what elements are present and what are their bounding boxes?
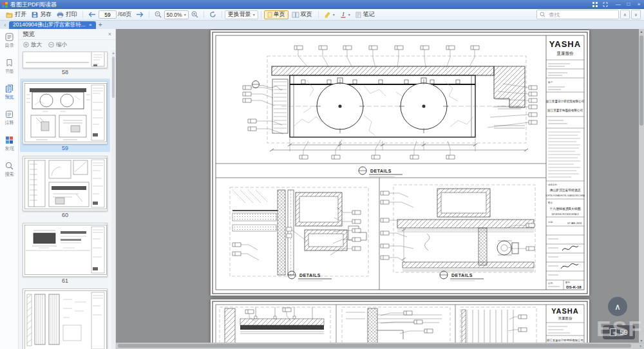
drawing-title-en: 16F MODEL ROOM B DETAILS: [551, 213, 579, 216]
zoom-level-select[interactable]: 50.0% ▾: [164, 10, 189, 19]
underline-text-button[interactable]: I ▾: [337, 10, 353, 19]
sidebar-item-annotations[interactable]: 注释: [0, 110, 18, 136]
thumbnail-scrollbar[interactable]: ▲: [111, 50, 115, 349]
yasha-logo-sub: 亚厦股份: [558, 316, 573, 321]
company-name-1: 浙江亚厦设计研究院有限公司: [545, 99, 585, 104]
apps-grid-icon[interactable]: [592, 2, 603, 7]
circle-plus-icon: [23, 42, 29, 48]
scroll-up-icon[interactable]: ▲: [111, 50, 115, 55]
bookmark-icon: [5, 59, 14, 67]
window-title: 看图王PDF阅读器: [10, 0, 57, 9]
highlighter-icon: [324, 11, 331, 18]
thumbnail-list: 58: [19, 50, 111, 349]
thumbnail-page-62[interactable]: [23, 288, 108, 349]
scroll-right-icon[interactable]: ›: [639, 343, 641, 349]
project-label: 项目名称:: [548, 184, 558, 186]
double-page-icon: [292, 12, 299, 18]
zoom-in-button[interactable]: [189, 10, 201, 19]
find-previous-button[interactable]: ∧: [620, 10, 630, 19]
page-number-input[interactable]: [99, 10, 117, 19]
thumbnail-page-59[interactable]: 59: [23, 81, 108, 152]
notes-button[interactable]: 笔记: [353, 10, 377, 19]
tab-title: 20140904佛山罗浮宫索菲特...: [13, 21, 86, 29]
details-caption: DETAILS: [370, 169, 392, 173]
page-total-label: /68页: [118, 10, 132, 19]
single-page-icon: [267, 12, 272, 18]
sidebar-item-search[interactable]: 搜索: [0, 162, 18, 187]
close-button[interactable]: ×: [634, 0, 644, 9]
sidebar-item-preview[interactable]: 预览: [0, 84, 18, 110]
back-to-top-button[interactable]: ∧: [608, 297, 627, 316]
details-caption: DETAILS: [451, 273, 473, 278]
yasha-logo: YASHA: [549, 39, 581, 49]
thumbnail-zoom-out-button[interactable]: 缩小: [48, 41, 67, 49]
project-name-en: SOFITEL FOSHAN HOTEL GUANGDONG CHINA: [545, 194, 585, 197]
drawing-no-value: DS-K-18: [566, 285, 582, 289]
thumbnail-selected-highlight: 59: [20, 79, 110, 152]
page-icon: [610, 328, 616, 336]
search-input[interactable]: [547, 11, 616, 19]
chevron-down-icon: ▾: [253, 13, 255, 17]
thumbnail-scrollbar-thumb[interactable]: [112, 57, 115, 98]
thumbnail-page-58[interactable]: 58: [23, 52, 108, 76]
thumbnail-page-number: 61: [23, 278, 108, 285]
find-next-button[interactable]: ∨: [631, 10, 641, 19]
tab-close-icon[interactable]: ×: [89, 23, 92, 28]
details-caption: DETAILS: [299, 273, 321, 278]
toolbar-separator: [261, 11, 261, 18]
document-tab[interactable]: 20140904佛山罗浮宫索菲特... ×: [9, 21, 96, 29]
date-label: 日期:: [548, 221, 553, 223]
sidebar-item-discover[interactable]: 发现: [0, 136, 18, 162]
chevron-down-icon: ▾: [184, 13, 186, 17]
highlighter-button[interactable]: ▾: [321, 10, 337, 19]
zoom-out-button[interactable]: [152, 10, 164, 19]
open-button[interactable]: 打开: [3, 10, 29, 19]
folder-open-icon: [6, 12, 13, 18]
single-page-button[interactable]: 单页: [264, 10, 289, 19]
toolbar-separator: [204, 11, 204, 18]
document-viewport[interactable]: DETAILS: [116, 29, 644, 349]
rotate-button[interactable]: [207, 10, 219, 19]
drawing-title-cn: 十六层样板房B大样图: [549, 207, 580, 211]
thumbnail-page-60[interactable]: 60: [23, 156, 108, 219]
scroll-up-icon[interactable]: ▲: [639, 29, 644, 34]
panel-close-icon[interactable]: ×: [108, 31, 111, 37]
page-indicator-number: 59: [620, 328, 627, 336]
titlebar: 看图王PDF阅读器 — □ ×: [0, 0, 644, 9]
printer-icon: [57, 12, 64, 18]
tab-scroll-left-icon[interactable]: ‹: [1, 21, 9, 29]
chevron-down-icon: ▾: [348, 13, 350, 17]
horizontal-scrollbar[interactable]: ›: [116, 343, 644, 349]
vertical-scrollbar-thumb[interactable]: [639, 35, 643, 126]
thumbnail-zoom-in-button[interactable]: 放大: [23, 41, 42, 49]
double-page-button[interactable]: 双页: [289, 10, 316, 19]
magnifier-plus-icon: [191, 11, 198, 18]
sidebar-icon-rail: 目录 书签 预览 注释 发现 搜索: [0, 29, 19, 349]
sidebar-item-toc[interactable]: 目录: [0, 33, 18, 59]
horizontal-scrollbar-thumb[interactable]: [118, 344, 631, 348]
discover-icon: [5, 136, 14, 144]
page-indicator-badge: 59: [603, 325, 635, 339]
minimize-button[interactable]: —: [613, 0, 623, 9]
date-value: 07 JAN. 2013: [567, 222, 582, 225]
maximize-button[interactable]: □: [623, 0, 634, 9]
thumbnail-page-61[interactable]: 61: [23, 223, 108, 285]
save-as-button[interactable]: 另存: [29, 10, 54, 19]
vertical-scrollbar[interactable]: ▲ ▼: [639, 29, 644, 343]
new-tab-button[interactable]: +: [96, 21, 105, 29]
back-to-top-icon: ∧: [614, 302, 621, 312]
sidebar-item-bookmarks[interactable]: 书签: [0, 59, 18, 84]
tab-bar: ‹ 20140904佛山罗浮宫索菲特... × +: [0, 21, 644, 29]
toolbar: 打开 另存 打印 /68页 50.0% ▾: [0, 9, 644, 21]
circle-minus-icon: [48, 42, 54, 48]
prev-page-button[interactable]: [86, 11, 99, 18]
yasha-logo: YASHA: [551, 307, 579, 315]
fullscreen-icon[interactable]: [603, 2, 613, 7]
print-button[interactable]: 打印: [54, 10, 80, 19]
company-name-2: 浙江亚厦装饰股份有限公司: [547, 108, 583, 113]
toolbar-separator: [149, 11, 149, 18]
change-background-button[interactable]: 更换背景 ▾: [225, 10, 258, 19]
client-label: 客户:: [548, 81, 553, 84]
next-page-button[interactable]: [133, 11, 146, 18]
annotation-icon: [5, 110, 14, 118]
